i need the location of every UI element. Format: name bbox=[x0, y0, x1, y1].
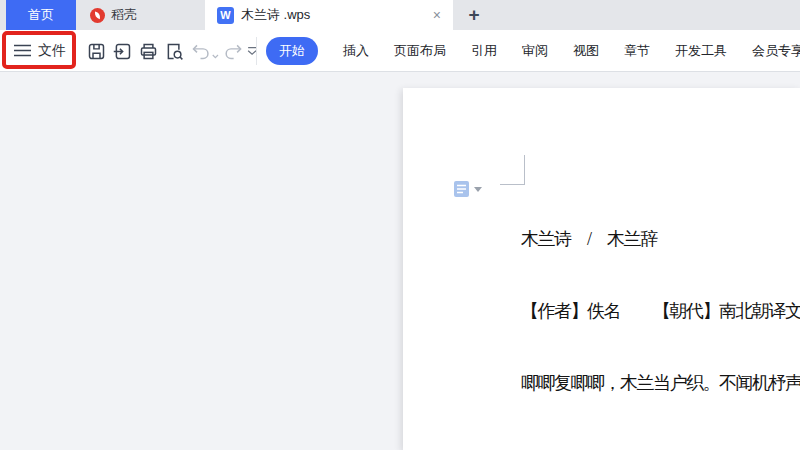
save-icon[interactable] bbox=[84, 39, 108, 63]
new-tab-button[interactable]: + bbox=[458, 0, 490, 30]
doc-line: 唧唧复唧唧，木兰当户织。不闻机杼声， bbox=[521, 371, 800, 395]
ribbon-tab-membership[interactable]: 会员专享 bbox=[752, 42, 800, 60]
toolbar-more-icon[interactable] bbox=[240, 39, 264, 63]
ribbon-tab-developer[interactable]: 开发工具 bbox=[675, 42, 727, 60]
tab-docer[interactable]: 稻壳 bbox=[80, 0, 198, 30]
tab-docer-label: 稻壳 bbox=[111, 6, 137, 24]
ribbon-tab-section[interactable]: 章节 bbox=[624, 42, 650, 60]
tab-document-label: 木兰诗 .wps bbox=[241, 6, 310, 24]
toolbar-divider bbox=[256, 37, 257, 65]
file-button[interactable]: 文件 bbox=[14, 30, 66, 71]
wps-writer-window: 首页 稻壳 W 木兰诗 .wps × + 文件 bbox=[0, 0, 800, 450]
ribbon-tab-view[interactable]: 视图 bbox=[573, 42, 599, 60]
ribbon-tab-references[interactable]: 引用 bbox=[471, 42, 497, 60]
quick-access-toolbar: 文件 bbox=[0, 30, 800, 72]
paragraph-options-button[interactable] bbox=[453, 180, 482, 198]
file-button-label: 文件 bbox=[38, 42, 66, 60]
ribbon-tab-review[interactable]: 审阅 bbox=[522, 42, 548, 60]
ribbon-tab-start[interactable]: 开始 bbox=[266, 37, 318, 65]
paragraph-icon bbox=[453, 180, 470, 198]
window-tab-bar: 首页 稻壳 W 木兰诗 .wps × + bbox=[0, 0, 800, 30]
doc-line: 【作者】佚名 【朝代】南北朝译文对照 bbox=[521, 299, 800, 323]
close-tab-icon[interactable]: × bbox=[433, 8, 441, 22]
print-preview-icon[interactable] bbox=[162, 39, 186, 63]
ribbon-tab-insert[interactable]: 插入 bbox=[343, 42, 369, 60]
tab-home[interactable]: 首页 bbox=[6, 0, 76, 30]
print-icon[interactable] bbox=[136, 39, 160, 63]
paragraph-caret-icon bbox=[474, 187, 482, 192]
ribbon-tab-strip: 开始 插入 页面布局 引用 审阅 视图 章节 开发工具 会员专享 bbox=[266, 30, 800, 71]
wps-writer-icon: W bbox=[217, 7, 234, 24]
tab-document[interactable]: W 木兰诗 .wps × bbox=[205, 0, 453, 30]
menu-icon bbox=[14, 44, 31, 57]
document-text[interactable]: 木兰诗 / 木兰辞 【作者】佚名 【朝代】南北朝译文对照 唧唧复唧唧，木兰当户织… bbox=[521, 179, 800, 450]
docer-icon bbox=[90, 8, 105, 23]
ribbon-tab-page-layout[interactable]: 页面布局 bbox=[394, 42, 446, 60]
export-pdf-icon[interactable] bbox=[110, 39, 134, 63]
doc-line: 木兰诗 / 木兰辞 bbox=[521, 227, 800, 251]
document-canvas: 木兰诗 / 木兰辞 【作者】佚名 【朝代】南北朝译文对照 唧唧复唧唧，木兰当户织… bbox=[0, 72, 800, 450]
undo-icon[interactable] bbox=[188, 39, 220, 63]
